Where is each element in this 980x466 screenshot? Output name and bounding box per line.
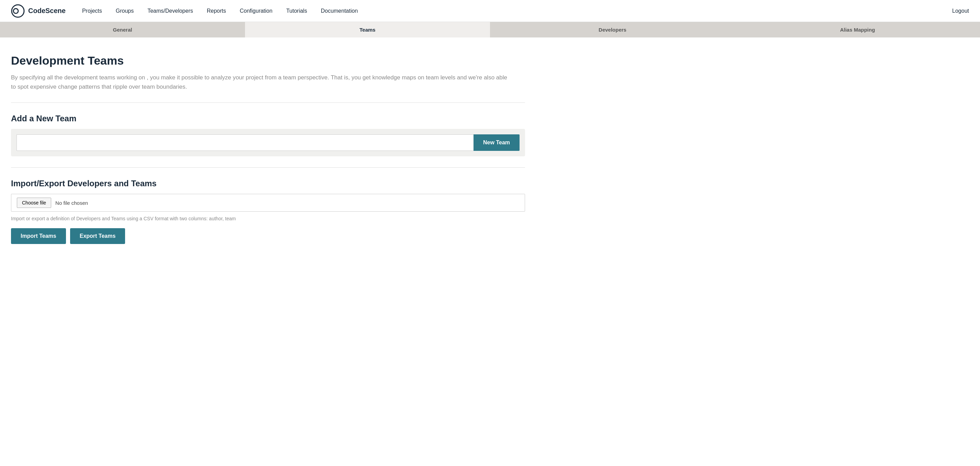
nav-link-configuration[interactable]: Configuration bbox=[240, 8, 272, 14]
codescene-logo-icon bbox=[11, 4, 25, 18]
tab-developers[interactable]: Developers bbox=[490, 22, 735, 37]
svg-point-1 bbox=[13, 9, 18, 13]
logo-area: CodeScene bbox=[11, 4, 66, 18]
main-content: Development Teams By specifying all the … bbox=[0, 37, 536, 261]
page-title: Development Teams bbox=[11, 54, 525, 67]
file-name-label: No file chosen bbox=[55, 200, 88, 206]
nav-link-projects[interactable]: Projects bbox=[82, 8, 102, 14]
logo-text: CodeScene bbox=[28, 7, 66, 15]
import-export-section: Import/Export Developers and Teams Choos… bbox=[11, 179, 525, 244]
nav-link-reports[interactable]: Reports bbox=[207, 8, 226, 14]
tab-alias-mapping[interactable]: Alias Mapping bbox=[735, 22, 980, 37]
tab-teams[interactable]: Teams bbox=[245, 22, 490, 37]
nav-links: Projects Groups Teams/Developers Reports… bbox=[82, 8, 952, 14]
choose-file-button[interactable]: Choose file bbox=[17, 197, 51, 208]
team-name-input[interactable] bbox=[16, 134, 474, 151]
file-input-row: Choose file No file chosen bbox=[11, 194, 525, 212]
import-export-title: Import/Export Developers and Teams bbox=[11, 179, 525, 188]
import-teams-button[interactable]: Import Teams bbox=[11, 228, 66, 244]
nav-link-teams-developers[interactable]: Teams/Developers bbox=[147, 8, 193, 14]
new-team-button[interactable]: New Team bbox=[474, 134, 520, 151]
file-description: Import or export a definition of Develop… bbox=[11, 216, 525, 221]
import-export-buttons: Import Teams Export Teams bbox=[11, 228, 525, 244]
nav-link-tutorials[interactable]: Tutorials bbox=[286, 8, 307, 14]
nav-link-groups[interactable]: Groups bbox=[116, 8, 134, 14]
sub-navigation: General Teams Developers Alias Mapping bbox=[0, 22, 980, 37]
nav-link-documentation[interactable]: Documentation bbox=[321, 8, 358, 14]
top-navigation: CodeScene Projects Groups Teams/Develope… bbox=[0, 0, 980, 22]
divider-1 bbox=[11, 102, 525, 103]
tab-general[interactable]: General bbox=[0, 22, 245, 37]
new-team-row: New Team bbox=[11, 129, 525, 156]
add-team-section-title: Add a New Team bbox=[11, 114, 525, 123]
export-teams-button[interactable]: Export Teams bbox=[70, 228, 126, 244]
logout-link[interactable]: Logout bbox=[952, 8, 969, 14]
page-description: By specifying all the development teams … bbox=[11, 73, 513, 91]
divider-2 bbox=[11, 167, 525, 168]
